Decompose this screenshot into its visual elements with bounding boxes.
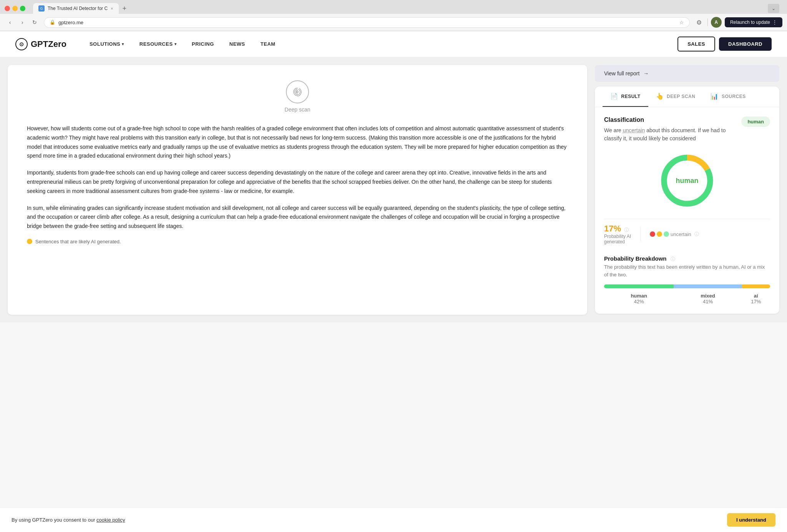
sales-button[interactable]: SALES bbox=[677, 37, 715, 52]
lock-icon: 🔒 bbox=[50, 20, 55, 25]
uncertain-word: uncertain bbox=[623, 127, 645, 133]
deep-scan-header: Deep scan bbox=[27, 80, 568, 113]
cookie-text: By using GPTZero you consent to our cook… bbox=[12, 517, 125, 523]
dot-red bbox=[650, 231, 655, 237]
chevron-down-icon: ⌄ bbox=[772, 6, 775, 11]
dashboard-button[interactable]: DASHBOARD bbox=[719, 37, 772, 51]
active-tab[interactable]: G The Trusted AI Detector for C × bbox=[33, 3, 119, 14]
sources-tab-label: SOURCES bbox=[722, 94, 746, 99]
bookmark-icon[interactable]: ☆ bbox=[679, 20, 684, 25]
stat-divider bbox=[640, 226, 641, 242]
tab-favicon: G bbox=[38, 5, 45, 12]
doc-paragraph-3: In sum, while eliminating grades can sig… bbox=[27, 204, 568, 231]
cookie-policy-link[interactable]: cookie policy bbox=[96, 517, 125, 523]
sources-tab-icon: 📊 bbox=[711, 93, 719, 100]
tab-result[interactable]: 📄 RESULT bbox=[603, 86, 648, 107]
deep-scan-tab-icon: 👆 bbox=[656, 93, 664, 100]
ai-sentence-note: Sentences that are likely AI generated. bbox=[27, 239, 568, 244]
classification-section: human Classification We are uncertain ab… bbox=[604, 116, 770, 143]
document-text: However, how will students come out of a… bbox=[27, 124, 568, 231]
ai-label-pct: 17% bbox=[751, 299, 761, 304]
dot-green bbox=[664, 231, 669, 237]
result-tab-icon: 📄 bbox=[610, 93, 618, 100]
mixed-label: mixed 41% bbox=[674, 293, 742, 304]
uncertain-label: uncertain bbox=[671, 231, 691, 237]
result-tab-label: RESULT bbox=[621, 94, 641, 99]
donut-chart: human bbox=[604, 152, 770, 209]
result-tabs: 📄 RESULT 👆 DEEP SCAN 📊 SOURCES bbox=[595, 86, 779, 107]
result-body: human Classification We are uncertain ab… bbox=[595, 107, 779, 314]
human-badge: human bbox=[741, 116, 770, 127]
svg-point-0 bbox=[297, 91, 298, 93]
dot-yellow bbox=[657, 231, 662, 237]
tab-deep-scan[interactable]: 👆 DEEP SCAN bbox=[648, 86, 703, 107]
page: ⊙ GPTZero SOLUTIONS ▾ RESOURCES ▾ PRICIN… bbox=[0, 31, 787, 525]
tab-sources[interactable]: 📊 SOURCES bbox=[703, 86, 753, 107]
browser-menu[interactable]: ⌄ bbox=[768, 4, 779, 13]
tab-bar: G The Trusted AI Detector for C × + bbox=[33, 3, 129, 14]
uncertainty-indicator: uncertain ⓘ bbox=[650, 231, 699, 238]
result-panel: View full report → 📄 RESULT 👆 DEEP SCAN … bbox=[595, 65, 779, 314]
deep-scan-tab-label: DEEP SCAN bbox=[667, 94, 695, 99]
tab-title: The Trusted AI Detector for C bbox=[48, 6, 108, 11]
classification-desc: We are uncertain about this document. If… bbox=[604, 126, 770, 143]
human-bar bbox=[604, 284, 674, 288]
profile-avatar[interactable]: A bbox=[711, 17, 722, 28]
refresh-button[interactable]: ↻ bbox=[29, 17, 40, 28]
mixed-label-pct: 41% bbox=[703, 299, 713, 304]
probability-labels: human 42% mixed 41% ai 17% bbox=[604, 293, 770, 304]
resources-chevron-icon: ▾ bbox=[174, 42, 177, 46]
ai-label-name: ai bbox=[754, 293, 758, 299]
yellow-dot-icon bbox=[27, 239, 32, 244]
browser-chrome: G The Trusted AI Detector for C × + ⌄ ‹ … bbox=[0, 0, 787, 31]
back-button[interactable]: ‹ bbox=[5, 17, 15, 28]
main-content: Deep scan However, how will students com… bbox=[0, 57, 787, 323]
nav-bar: ‹ › ↻ 🔒 gptzero.me ☆ ⚙ A Relaunch to upd… bbox=[0, 14, 787, 31]
new-tab-button[interactable]: + bbox=[120, 5, 129, 13]
cookie-accept-button[interactable]: I understand bbox=[727, 513, 775, 527]
relaunch-label: Relaunch to update bbox=[730, 20, 770, 25]
nav-right: ⚙ A Relaunch to update ⋮ bbox=[694, 17, 782, 28]
tab-close-button[interactable]: × bbox=[111, 6, 113, 11]
prob-info-icon[interactable]: ⓘ bbox=[671, 256, 675, 263]
uncertainty-info-icon[interactable]: ⓘ bbox=[694, 231, 699, 238]
ai-label: Probability AI generated bbox=[604, 234, 631, 244]
info-icon[interactable]: ⓘ bbox=[624, 227, 629, 233]
view-full-report-button[interactable]: View full report → bbox=[595, 65, 779, 82]
relaunch-button[interactable]: Relaunch to update ⋮ bbox=[725, 17, 782, 27]
mixed-bar bbox=[674, 284, 742, 288]
deep-scan-label: Deep scan bbox=[285, 106, 310, 113]
maximize-window-button[interactable] bbox=[20, 6, 25, 11]
minimize-window-button[interactable] bbox=[12, 6, 18, 11]
arrow-icon: → bbox=[643, 70, 649, 76]
nav-resources[interactable]: RESOURCES ▾ bbox=[132, 31, 184, 57]
nav-items: SOLUTIONS ▾ RESOURCES ▾ PRICING NEWS TEA… bbox=[82, 31, 380, 57]
forward-button[interactable]: › bbox=[17, 17, 28, 28]
probability-bar bbox=[604, 284, 770, 288]
probability-breakdown: Probability Breakdown ⓘ The probability … bbox=[604, 255, 770, 304]
doc-paragraph-2: Importantly, students from grade-free sc… bbox=[27, 168, 568, 196]
nav-pricing[interactable]: PRICING bbox=[184, 31, 222, 57]
site-nav: ⊙ GPTZero SOLUTIONS ▾ RESOURCES ▾ PRICIN… bbox=[0, 31, 787, 57]
window-controls bbox=[5, 6, 25, 11]
extensions-icon[interactable]: ⚙ bbox=[694, 17, 704, 28]
fingerprint-icon bbox=[286, 80, 309, 103]
logo-link[interactable]: ⊙ GPTZero bbox=[15, 38, 66, 50]
classification-desc-prefix: We are bbox=[604, 127, 623, 133]
doc-paragraph-1: However, how will students come out of a… bbox=[27, 124, 568, 161]
logo-icon: ⊙ bbox=[15, 38, 28, 50]
nav-news[interactable]: NEWS bbox=[222, 31, 253, 57]
prob-breakdown-title: Probability Breakdown bbox=[604, 255, 667, 262]
logo-text: GPTZero bbox=[31, 39, 66, 49]
ai-bar bbox=[742, 284, 770, 288]
nav-solutions[interactable]: SOLUTIONS ▾ bbox=[82, 31, 132, 57]
solutions-chevron-icon: ▾ bbox=[122, 42, 124, 46]
stats-row: 17% ⓘ Probability AI generated bbox=[604, 219, 770, 249]
nav-team[interactable]: TEAM bbox=[253, 31, 283, 57]
separator bbox=[707, 18, 708, 26]
human-label-name: human bbox=[631, 293, 647, 299]
view-full-report-label: View full report bbox=[604, 70, 639, 76]
close-window-button[interactable] bbox=[5, 6, 10, 11]
more-options-icon: ⋮ bbox=[772, 20, 777, 25]
address-bar[interactable]: 🔒 gptzero.me ☆ bbox=[44, 17, 690, 28]
